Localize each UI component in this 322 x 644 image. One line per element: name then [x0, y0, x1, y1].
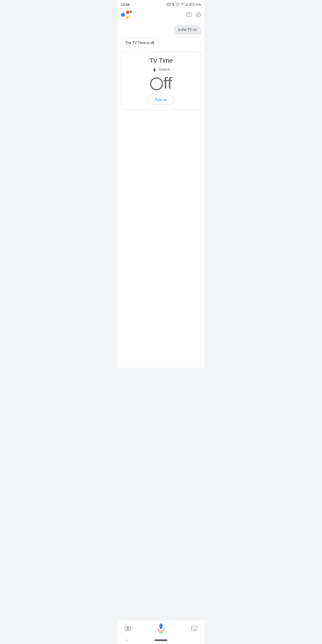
google-logo [121, 11, 132, 19]
turn-on-button[interactable]: Turn on [148, 96, 175, 104]
header-actions [186, 12, 201, 18]
user-message-text: is the TV on [178, 28, 197, 32]
card-title: TV Time [149, 57, 173, 64]
assistant-bubble: The TV Time is off. [121, 38, 160, 48]
svg-rect-8 [188, 3, 188, 6]
svg-rect-21 [154, 69, 155, 71]
svg-rect-23 [154, 68, 154, 69]
mic-icon [156, 623, 166, 634]
plug-icon [152, 67, 157, 72]
svg-rect-11 [190, 4, 190, 5]
mic-button[interactable] [156, 623, 166, 634]
assistant-message-wrap: The TV Time is off. [121, 38, 201, 48]
keyboard-icon [191, 626, 198, 631]
screenshot-icon [124, 625, 131, 632]
svg-rect-28 [160, 624, 162, 629]
svg-rect-24 [155, 68, 155, 69]
battery-level: 21% [195, 3, 201, 6]
svg-point-27 [127, 628, 128, 629]
signal-icon [185, 3, 188, 6]
svg-rect-6 [186, 4, 186, 6]
svg-rect-5 [185, 5, 186, 6]
logo-dot-yellow [126, 16, 129, 19]
chat-area: is the TV on The TV Time is off. TV Time… [118, 22, 204, 368]
mute-icon [172, 3, 175, 6]
logo-dot-blue [121, 13, 125, 17]
device-card: TV Time Switch ff Turn on [121, 52, 201, 110]
logo-dot-red [126, 11, 129, 14]
status-time: 13:38 [121, 3, 130, 6]
wifi-icon [180, 3, 184, 6]
feedback-icon[interactable] [186, 12, 192, 17]
assistant-message-text: The TV Time is off. [125, 41, 155, 45]
status-off-circle [150, 77, 163, 90]
battery-icon [190, 3, 194, 6]
card-subtitle: Switch [152, 67, 170, 72]
card-status: ff [150, 75, 172, 91]
app-header [118, 8, 204, 22]
screenshot-button[interactable] [124, 625, 131, 632]
status-icons: 21% [166, 3, 201, 6]
status-bar: 13:38 [118, 0, 204, 8]
logo-dot-green [130, 11, 132, 13]
user-bubble: is the TV on [174, 25, 201, 34]
gray-area [118, 368, 204, 620]
svg-rect-0 [167, 3, 170, 6]
explore-icon[interactable] [196, 12, 201, 18]
home-pill[interactable] [155, 640, 167, 641]
bottom-toolbar [118, 620, 204, 637]
nav-bar: ‹ [118, 637, 204, 644]
back-button[interactable]: ‹ [126, 638, 128, 643]
svg-rect-7 [187, 4, 188, 6]
keyboard-button[interactable] [191, 626, 198, 632]
status-ff-text: ff [164, 75, 172, 91]
card-subtype: Switch [159, 67, 170, 72]
mail-icon [166, 3, 170, 6]
svg-rect-10 [194, 4, 194, 5]
svg-rect-12 [187, 13, 192, 16]
svg-marker-16 [197, 14, 200, 16]
dnd-icon [176, 3, 180, 6]
user-message-wrap: is the TV on [121, 25, 201, 34]
